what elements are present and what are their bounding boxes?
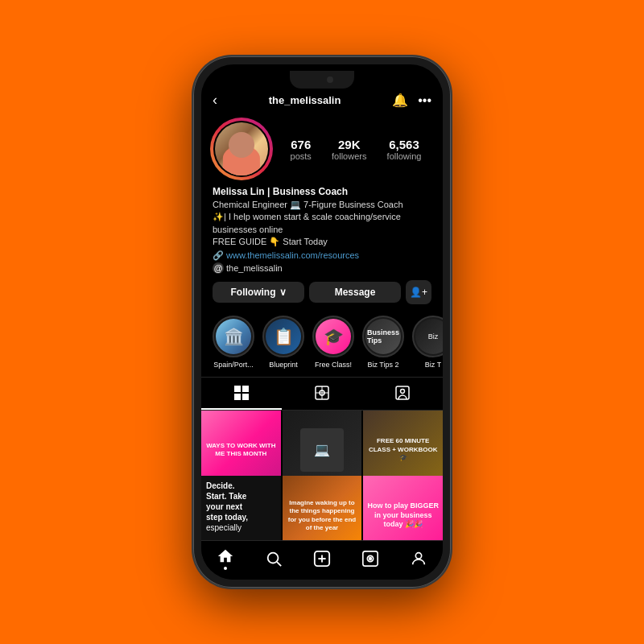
avatar[interactable] bbox=[215, 122, 268, 175]
svg-rect-3 bbox=[242, 394, 249, 400]
highlight-spain-port[interactable]: 🏛️ Spain/Port... bbox=[213, 316, 254, 369]
highlight-label-biztips2: Biz Tips 2 bbox=[367, 361, 398, 369]
tab-grid[interactable] bbox=[201, 378, 282, 410]
highlight-label-bizt: Biz T bbox=[425, 361, 441, 369]
header-icons: 🔔 ••• bbox=[392, 93, 431, 108]
stats-row: 676 posts 29K followers 6,563 following bbox=[280, 138, 431, 161]
chevron-down-icon: ∨ bbox=[279, 287, 287, 298]
add-friend-button[interactable]: 👤+ bbox=[406, 280, 431, 304]
highlight-label-spain: Spain/Port... bbox=[213, 361, 254, 369]
phone-frame: ‹ the_melissalin 🔔 ••• bbox=[193, 56, 451, 588]
highlight-bizt[interactable]: Biz Biz T bbox=[412, 316, 443, 369]
profile-username: the_melissalin bbox=[269, 94, 341, 106]
home-icon bbox=[217, 547, 234, 565]
bio-line2: ✨| I help women start & scale coaching/s… bbox=[213, 211, 431, 223]
following-count: 6,563 bbox=[389, 138, 419, 151]
highlight-label-blueprint: Blueprint bbox=[269, 361, 298, 369]
nav-create[interactable] bbox=[313, 550, 331, 568]
phone-notch bbox=[290, 71, 354, 89]
bio-name: Melissa Lin | Business Coach bbox=[213, 186, 431, 197]
stat-posts: 676 posts bbox=[291, 138, 312, 161]
stat-followers: 29K followers bbox=[332, 138, 366, 161]
following-label: following bbox=[387, 151, 422, 161]
bio-line3: businesses online bbox=[213, 224, 431, 236]
profile-bio: Melissa Lin | Business Coach Chemical En… bbox=[213, 186, 431, 274]
threads-handle: the_melissalin bbox=[226, 263, 283, 273]
posts-label: posts bbox=[291, 151, 312, 161]
stat-following: 6,563 following bbox=[387, 138, 422, 161]
profile-nav-icon bbox=[410, 550, 427, 568]
highlight-circle-freeclass: 🎓 bbox=[312, 316, 354, 357]
reels-nav-icon bbox=[361, 550, 379, 568]
grid-icon bbox=[234, 386, 249, 400]
profile-section: 676 posts 29K followers 6,563 following bbox=[201, 114, 443, 312]
bio-line4: FREE GUIDE 👇 Start Today bbox=[213, 236, 431, 248]
highlight-img-bizt: Biz bbox=[415, 319, 443, 354]
highlight-circle-biztips2: BusinessTips bbox=[362, 316, 404, 357]
nav-reels[interactable] bbox=[361, 550, 379, 568]
bio-link[interactable]: 🔗 www.themelissalin.com/resources bbox=[213, 250, 431, 261]
link-text: www.themelissalin.com/resources bbox=[226, 250, 359, 260]
highlight-img-freeclass: 🎓 bbox=[316, 319, 351, 354]
threads-icon: @ bbox=[213, 262, 224, 274]
link-icon: 🔗 bbox=[213, 250, 224, 261]
more-options-icon[interactable]: ••• bbox=[418, 93, 431, 108]
svg-rect-0 bbox=[234, 386, 241, 392]
highlight-biztips2[interactable]: BusinessTips Biz Tips 2 bbox=[362, 316, 404, 369]
notification-icon[interactable]: 🔔 bbox=[392, 93, 408, 108]
highlight-img-spain: 🏛️ bbox=[216, 319, 251, 354]
highlight-circle-bizt: Biz bbox=[412, 316, 443, 357]
tagged-icon bbox=[395, 386, 410, 400]
create-post-icon bbox=[313, 550, 331, 568]
message-label: Message bbox=[335, 287, 376, 298]
post-text-5: Imagine waking up to the things happenin… bbox=[283, 476, 362, 540]
message-button[interactable]: Message bbox=[309, 282, 401, 303]
bottom-navigation bbox=[201, 540, 443, 580]
highlight-label-freeclass: Free Class! bbox=[315, 361, 352, 369]
grid-post-5[interactable]: Imagine waking up to the things happenin… bbox=[283, 476, 362, 540]
svg-point-18 bbox=[415, 553, 421, 559]
svg-line-11 bbox=[277, 562, 281, 566]
highlight-circle-blueprint: 📋 bbox=[262, 316, 304, 357]
profile-tab-bar bbox=[201, 377, 443, 411]
phone-screen: ‹ the_melissalin 🔔 ••• bbox=[201, 64, 443, 580]
post-text-4: Decide.Start. Takeyour nextstep today,es… bbox=[201, 476, 281, 540]
svg-rect-1 bbox=[242, 386, 249, 392]
add-person-icon: 👤+ bbox=[410, 287, 427, 298]
back-button[interactable]: ‹ bbox=[213, 92, 217, 109]
posts-grid: WAYS TO WORK WITH ME THIS MONTH 💻 FREE 6… bbox=[201, 411, 443, 540]
tab-tagged[interactable] bbox=[362, 378, 443, 410]
instagram-header: ‹ the_melissalin 🔔 ••• bbox=[201, 87, 443, 114]
tab-reels[interactable] bbox=[282, 378, 362, 410]
highlight-blueprint[interactable]: 📋 Blueprint bbox=[262, 316, 304, 369]
avatar-wrapper bbox=[213, 120, 270, 178]
followers-label: followers bbox=[332, 151, 366, 161]
nav-profile[interactable] bbox=[410, 550, 427, 568]
svg-point-10 bbox=[268, 553, 279, 564]
nav-search[interactable] bbox=[265, 550, 283, 568]
search-icon bbox=[265, 550, 283, 568]
followers-count: 29K bbox=[338, 138, 361, 151]
following-button[interactable]: Following ∨ bbox=[213, 282, 304, 303]
following-label: Following bbox=[231, 287, 276, 298]
grid-post-6[interactable]: How to play BIGGER in your business toda… bbox=[363, 476, 443, 540]
svg-rect-2 bbox=[234, 394, 241, 400]
action-buttons: Following ∨ Message 👤+ bbox=[213, 280, 431, 304]
profile-top-row: 676 posts 29K followers 6,563 following bbox=[213, 120, 431, 178]
bio-line1: Chemical Engineer 💻 7-Figure Business Co… bbox=[213, 199, 431, 211]
screen-content: ‹ the_melissalin 🔔 ••• bbox=[201, 87, 443, 580]
highlight-freeclass[interactable]: 🎓 Free Class! bbox=[312, 316, 354, 369]
highlight-img-biztips2: BusinessTips bbox=[365, 319, 401, 354]
nav-home[interactable] bbox=[217, 547, 234, 570]
post-text-6: How to play BIGGER in your business toda… bbox=[363, 476, 443, 540]
highlight-circle-spain: 🏛️ bbox=[213, 316, 254, 357]
nav-active-dot bbox=[224, 567, 227, 570]
reels-tab-icon bbox=[315, 386, 329, 400]
posts-count: 676 bbox=[291, 138, 311, 151]
svg-point-17 bbox=[369, 558, 372, 560]
svg-point-9 bbox=[401, 389, 405, 393]
highlight-img-blueprint: 📋 bbox=[266, 319, 301, 354]
highlights-row: 🏛️ Spain/Port... 📋 Blueprint 🎓 Free Clas… bbox=[201, 312, 443, 377]
grid-post-4[interactable]: Decide.Start. Takeyour nextstep today,es… bbox=[201, 476, 281, 540]
bio-threads: @ the_melissalin bbox=[213, 262, 431, 274]
